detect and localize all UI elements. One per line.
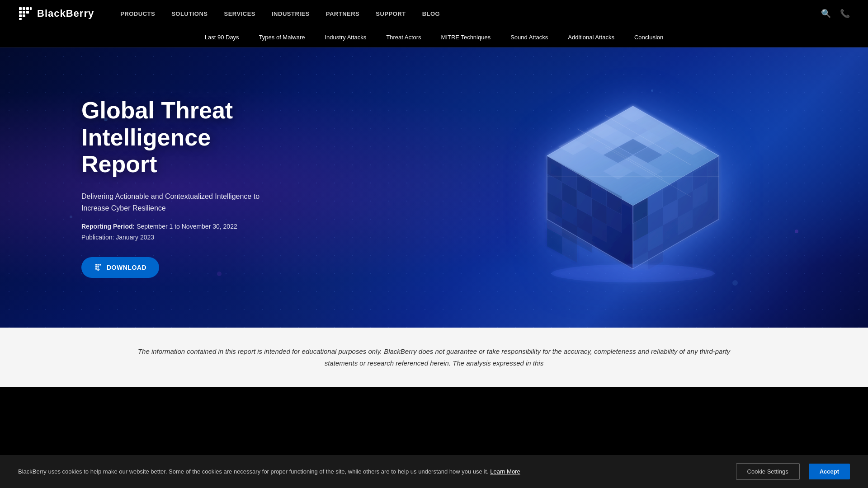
cookie-accept-button[interactable]: Accept <box>809 464 850 479</box>
cookie-settings-button[interactable]: Cookie Settings <box>736 463 800 480</box>
sec-nav-mitre-techniques[interactable]: MITRE Techniques <box>431 27 501 47</box>
svg-rect-11 <box>98 264 99 266</box>
svg-rect-3 <box>30 7 32 10</box>
sec-nav-industry-attacks[interactable]: Industry Attacks <box>315 27 377 47</box>
svg-rect-8 <box>23 14 25 17</box>
download-button[interactable]: DOWNLOAD <box>81 257 159 278</box>
info-section: The information contained in this report… <box>0 328 868 387</box>
svg-rect-1 <box>23 7 25 10</box>
sec-nav-last90days[interactable]: Last 90 Days <box>195 27 249 47</box>
cookie-text: BlackBerry uses cookies to help make our… <box>18 467 727 476</box>
svg-rect-7 <box>19 14 22 17</box>
disclaimer-text: The information contained in this report… <box>127 346 741 369</box>
nav-support[interactable]: SUPPORT <box>368 0 414 27</box>
sec-nav-sound-attacks[interactable]: Sound Attacks <box>500 27 558 47</box>
main-nav: PRODUCTS SOLUTIONS SERVICES INDUSTRIES P… <box>112 0 821 27</box>
svg-rect-5 <box>23 11 25 14</box>
sec-nav-conclusion[interactable]: Conclusion <box>624 27 673 47</box>
svg-rect-9 <box>19 18 22 20</box>
hero-reporting-period: Reporting Period: September 1 to Novembe… <box>81 223 262 230</box>
hero-title: Global Threat Intelligence Report <box>81 97 262 178</box>
cube-svg <box>524 79 741 296</box>
cookie-banner: BlackBerry uses cookies to help make our… <box>0 455 868 488</box>
brand-logo[interactable]: BlackBerry <box>18 6 94 21</box>
secondary-navigation: Last 90 Days Types of Malware Industry A… <box>0 27 868 47</box>
brand-name: BlackBerry <box>37 8 94 19</box>
sec-nav-threat-actors[interactable]: Threat Actors <box>376 27 431 47</box>
svg-rect-10 <box>95 264 97 266</box>
svg-rect-2 <box>26 7 29 10</box>
cookie-learn-more-link[interactable]: Learn More <box>490 468 520 475</box>
search-icon[interactable]: 🔍 <box>821 9 831 19</box>
blackberry-logo-icon <box>18 6 33 21</box>
sec-nav-types-malware[interactable]: Types of Malware <box>249 27 315 47</box>
svg-rect-0 <box>19 7 22 10</box>
phone-icon[interactable]: 📞 <box>840 9 850 19</box>
svg-rect-6 <box>26 11 29 14</box>
hero-subtitle: Delivering Actionable and Contextualized… <box>81 191 262 214</box>
sec-nav-additional-attacks[interactable]: Additional Attacks <box>558 27 624 47</box>
hero-content: Global Threat Intelligence Report Delive… <box>0 97 262 278</box>
nav-action-icons: 🔍 📞 <box>821 9 850 19</box>
svg-rect-15 <box>95 268 97 270</box>
svg-point-83 <box>552 264 714 282</box>
nav-solutions[interactable]: SOLUTIONS <box>163 0 216 27</box>
nav-blog[interactable]: BLOG <box>414 0 448 27</box>
download-label: DOWNLOAD <box>107 264 146 271</box>
nav-industries[interactable]: INDUSTRIES <box>264 0 318 27</box>
nav-products[interactable]: PRODUCTS <box>112 0 163 27</box>
download-icon <box>94 263 102 272</box>
svg-rect-12 <box>99 264 101 266</box>
top-navigation: BlackBerry PRODUCTS SOLUTIONS SERVICES I… <box>0 0 868 27</box>
hero-publication: Publication: January 2023 <box>81 234 262 241</box>
svg-rect-14 <box>98 266 99 267</box>
nav-services[interactable]: SERVICES <box>216 0 264 27</box>
hero-cube-visual <box>524 79 741 296</box>
svg-rect-4 <box>19 11 22 14</box>
svg-rect-13 <box>95 266 97 267</box>
hero-section: Global Threat Intelligence Report Delive… <box>0 47 868 328</box>
nav-partners[interactable]: PARTNERS <box>318 0 368 27</box>
